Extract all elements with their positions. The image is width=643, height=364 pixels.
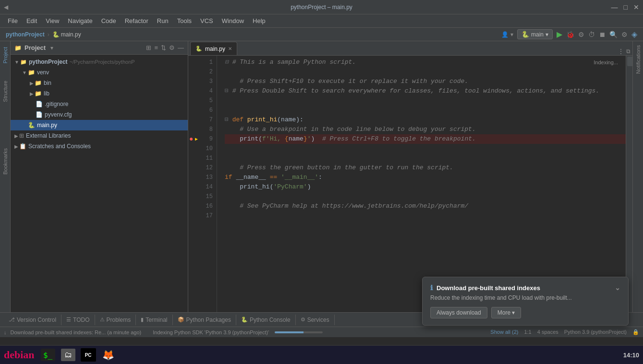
project-panel-tab[interactable]: Project <box>0 43 10 67</box>
status-left-message: Download pre-built shared indexes: Re...… <box>11 329 142 335</box>
code-line-12: # Press the green button in the gutter t… <box>225 163 626 173</box>
problems-icon: ⚠ <box>100 317 105 323</box>
bin-folder-icon: 📁 <box>35 80 42 86</box>
code-line-14: print_hi('PyCharm') <box>225 182 626 192</box>
tree-bin[interactable]: ▶ 📁 bin <box>11 78 188 88</box>
status-spaces[interactable]: 4 spaces <box>537 329 558 335</box>
main-layout: Project Structure Bookmarks 📁 Project ▾ … <box>0 41 643 312</box>
menu-edit[interactable]: Edit <box>23 16 41 26</box>
show-all-link[interactable]: Show all (2) <box>490 329 518 335</box>
tree-pyvenv[interactable]: 📄 pyvenv.cfg <box>11 109 188 120</box>
status-position[interactable]: 1:1 <box>524 329 531 335</box>
structure-tab-left[interactable]: Structure <box>0 77 10 106</box>
maximize-button[interactable]: □ <box>624 3 628 11</box>
version-control-tab[interactable]: ⎇ Version Control <box>4 315 61 325</box>
tree-root[interactable]: ▼ 📁 pythonProject ~/PycharmProjects/pyth… <box>11 57 188 67</box>
settings-button[interactable]: ⚙ <box>621 31 628 38</box>
taskbar-files-button[interactable]: 🗂 <box>60 347 77 363</box>
debian-logo[interactable]: debian <box>4 349 35 361</box>
problems-tab[interactable]: ⚠ Problems <box>95 315 136 325</box>
coverage-button[interactable]: ⚙ <box>578 31 584 38</box>
menu-file[interactable]: File <box>4 16 22 26</box>
breadcrumb-project[interactable]: pythonProject <box>6 31 45 38</box>
notification-actions: Always download More ▾ <box>430 307 620 318</box>
line-gutter: 1 2 3 4 5 6 7 8 ● ▶ 9 10 11 12 13 14 15 <box>188 56 217 312</box>
line-num-2: 2 <box>188 67 217 77</box>
tree-bin-label: bin <box>44 80 51 86</box>
debug-button[interactable]: 🐞 <box>566 31 574 38</box>
python-console-tab[interactable]: 🐍 Python Console <box>236 315 296 325</box>
jetbrains-button[interactable]: ◈ <box>631 30 637 39</box>
bookmarks-tab[interactable]: Bookmarks <box>0 144 10 178</box>
stop-button[interactable]: ⏹ <box>599 31 606 38</box>
taskbar-firefox-button[interactable]: 🦊 <box>100 347 117 363</box>
menu-help[interactable]: Help <box>249 16 269 26</box>
settings-gear-icon[interactable]: ⚙ <box>169 44 175 51</box>
taskbar-pycharm-button[interactable]: PC <box>80 347 97 363</box>
line-num-8: 8 <box>188 125 217 134</box>
notification-body: Reduce the indexing time and CPU load wi… <box>430 294 620 301</box>
profile-button[interactable]: ⏱ <box>588 31 595 38</box>
status-python-version[interactable]: Python 3.9 (pythonProject) <box>564 329 627 335</box>
tree-mainpy[interactable]: 🐍 main.py <box>11 120 188 130</box>
code-line-10 <box>225 144 626 153</box>
terminal-tab[interactable]: ▮ Terminal <box>136 315 172 325</box>
indexing-label: Indexing... <box>594 58 618 67</box>
extlibs-expand-arrow: ▶ <box>14 133 18 139</box>
more-button[interactable]: More ▾ <box>491 307 522 318</box>
tab-mainpy[interactable]: 🐍 main.py ✕ <box>190 42 237 55</box>
taskbar-time: 14:10 <box>623 352 639 359</box>
menu-vcs[interactable]: VCS <box>196 16 217 26</box>
todo-tab[interactable]: ☰ TODO <box>61 315 95 325</box>
close-button[interactable]: ✕ <box>633 3 639 11</box>
scratches-icon: 📋 <box>19 143 26 150</box>
close-panel-icon[interactable]: — <box>178 44 184 51</box>
status-progress-bar <box>275 331 323 333</box>
tree-ext-libs[interactable]: ▶ ⊞ External Libraries <box>11 130 188 141</box>
code-line-15 <box>225 192 626 201</box>
services-tab[interactable]: ⚙ Services <box>296 315 335 325</box>
user-icon: 👤 <box>501 31 509 38</box>
tree-lib[interactable]: ▶ 📁 lib <box>11 88 188 99</box>
editor-scrollbar[interactable] <box>626 56 632 312</box>
project-dropdown-icon[interactable]: ▾ <box>50 45 53 51</box>
scrollbar-thumb[interactable] <box>627 57 632 66</box>
code-editor[interactable]: 1 2 3 4 5 6 7 8 ● ▶ 9 10 11 12 13 14 15 <box>188 56 632 312</box>
always-download-button[interactable]: Always download <box>430 307 487 318</box>
taskbar-terminal-button[interactable]: $_ <box>39 347 57 363</box>
menu-tools[interactable]: Tools <box>173 16 195 26</box>
tree-lib-label: lib <box>44 90 49 97</box>
split-editor-icon[interactable]: ⧉ <box>626 48 631 55</box>
sort-icon[interactable]: ⇅ <box>161 44 166 51</box>
bin-expand-arrow: ▶ <box>30 81 34 86</box>
user-profile[interactable]: 👤 ▾ <box>501 31 513 38</box>
tree-venv[interactable]: ▼ 📁 venv <box>11 67 188 78</box>
code-line-13: if __name__ == '__main__': <box>225 173 626 182</box>
tree-gitignore[interactable]: 📄 .gitignore <box>11 99 188 109</box>
notification-collapse-icon[interactable]: ⌄ <box>615 284 620 292</box>
run-button[interactable]: ▶ <box>557 30 562 39</box>
tree-scratches[interactable]: ▶ 📋 Scratches and Consoles <box>11 141 188 152</box>
tab-options-icon[interactable]: ⋮ <box>618 47 624 55</box>
menu-refactor[interactable]: Refactor <box>121 16 152 26</box>
expand-all-icon[interactable]: ⊞ <box>146 44 151 51</box>
project-folder-icon: 📁 <box>14 45 22 51</box>
run-configuration[interactable]: 🐍 main ▾ <box>517 29 553 39</box>
tree-extlibs-label: External Libraries <box>26 132 71 139</box>
menu-run[interactable]: Run <box>153 16 172 26</box>
notifications-sidebar-tab[interactable]: Notifications <box>633 41 643 78</box>
menu-view[interactable]: View <box>42 16 63 26</box>
line-num-17: 17 <box>188 211 217 221</box>
search-button[interactable]: 🔍 <box>609 31 618 38</box>
collapse-all-icon[interactable]: ≡ <box>154 44 158 51</box>
tab-close-icon[interactable]: ✕ <box>228 46 232 51</box>
minimize-button[interactable]: — <box>611 3 618 11</box>
code-line-9: print(f'Hi, {name}') # Press Ctrl+F8 to … <box>225 134 626 144</box>
tab-bar-right: ⋮ ⧉ <box>618 47 631 55</box>
menu-code[interactable]: Code <box>97 16 120 26</box>
python-packages-tab[interactable]: 📦 Python Packages <box>173 315 236 325</box>
menu-window[interactable]: Window <box>218 16 248 26</box>
code-lines[interactable]: ⊟ # This is a sample Python script. # Pr… <box>217 56 626 312</box>
menu-navigate[interactable]: Navigate <box>64 16 96 26</box>
breadcrumb-file[interactable]: 🐍main.py <box>52 31 81 38</box>
